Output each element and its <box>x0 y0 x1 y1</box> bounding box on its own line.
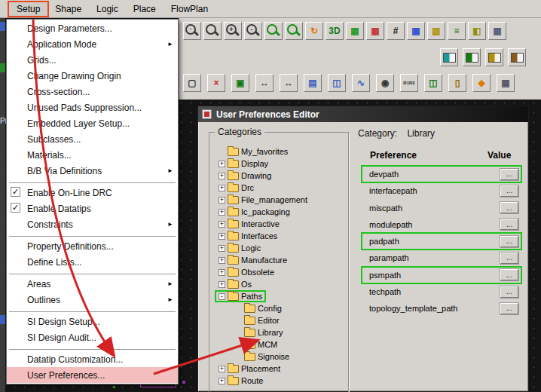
zoom-previous-icon[interactable] <box>264 22 283 40</box>
menu-item[interactable]: Constraints ► <box>7 216 178 232</box>
menu-item[interactable]: Enable On-Line DRC ► <box>7 185 178 201</box>
zoom-out-icon[interactable]: - <box>244 22 262 40</box>
menu-item[interactable]: Outlines ► <box>7 292 178 308</box>
padstack-editor-icon[interactable]: ◫ <box>328 74 346 92</box>
menu-item[interactable]: Materials... ► <box>7 147 178 163</box>
menu-item[interactable]: Grids... ► <box>7 52 178 68</box>
layer-stack-icon[interactable]: ≡ <box>448 22 466 40</box>
tree-expander-icon[interactable] <box>219 269 225 276</box>
menu-item[interactable]: Cross-section... ► <box>7 84 178 100</box>
value-browse-button[interactable]: ... <box>500 202 518 213</box>
menu-item[interactable]: B/B Via Definitions ► <box>7 163 178 179</box>
camera-icon[interactable]: ◉ <box>376 74 394 92</box>
tree-node[interactable]: Manufacture <box>216 254 343 266</box>
tree-expander-icon[interactable] <box>219 233 225 240</box>
menu-item[interactable]: Change Drawing Origin ► <box>7 68 178 84</box>
tree-node[interactable]: Obsolete <box>216 266 343 278</box>
menu-item[interactable]: SI Design Setup... ► <box>7 314 178 329</box>
3d-view-icon[interactable]: 3D <box>326 22 344 40</box>
menu-item[interactable]: SI Design Audit... ► <box>7 329 178 345</box>
menu-item[interactable]: Unused Pads Suppression... ► <box>7 100 178 115</box>
color192-icon[interactable]: ▦ <box>407 22 425 40</box>
menubar-item-flowplan[interactable]: FlowPlan <box>164 2 215 16</box>
tree-expander-icon[interactable] <box>219 257 225 264</box>
tree-expander-icon[interactable] <box>219 366 225 372</box>
value-browse-button[interactable]: ... <box>500 185 518 197</box>
menu-item[interactable]: User Preferences... ► <box>7 367 178 383</box>
waveform-icon[interactable]: ∿ <box>352 74 370 92</box>
tree-expander-icon[interactable] <box>219 221 225 228</box>
tree-node[interactable]: MCM <box>216 338 343 351</box>
color-dialog-icon[interactable]: ▦ <box>346 22 364 40</box>
book-pencil-icon[interactable] <box>508 48 526 66</box>
value-browse-button[interactable]: ... <box>500 269 518 280</box>
stacked-books-icon[interactable] <box>485 48 503 66</box>
tree-node[interactable]: Config <box>216 302 343 314</box>
menubar-item-setup[interactable]: Setup <box>9 2 47 16</box>
tree-node[interactable]: Ic_packaging <box>216 206 343 218</box>
value-browse-button[interactable]: ... <box>500 286 518 298</box>
tree-node[interactable]: Route <box>216 375 343 387</box>
waffle-icon[interactable]: ▦ <box>497 74 515 92</box>
tree-node[interactable]: Editor <box>216 314 343 326</box>
tree-expander-icon[interactable] <box>219 197 225 204</box>
tree-node[interactable]: Placement <box>216 363 343 375</box>
zoom-in-icon[interactable]: + <box>224 22 242 40</box>
tree-node[interactable]: Drawing <box>216 170 343 182</box>
menu-item[interactable]: Define Lists... ► <box>7 254 178 270</box>
res-values-icon[interactable]: R1R2 <box>400 74 418 92</box>
tree-node[interactable]: Logic <box>216 242 343 254</box>
measure-icon[interactable]: ↔ <box>255 74 274 92</box>
dialog-title-bar[interactable]: User Preferences Editor <box>198 106 528 122</box>
tree-node[interactable]: Display <box>216 158 343 170</box>
menubar-item-place[interactable]: Place <box>126 2 164 16</box>
tree-expander-icon[interactable] <box>219 173 225 179</box>
redraw-icon[interactable]: ↻ <box>305 22 323 40</box>
left-tool-icon[interactable] <box>0 315 5 324</box>
menu-item[interactable]: Application Mode ► <box>7 36 178 52</box>
grid-toggle-icon[interactable]: # <box>387 22 405 40</box>
select-window-icon[interactable]: ▢ <box>183 74 201 92</box>
menu-item[interactable]: Subclasses... ► <box>7 131 178 147</box>
menu-item[interactable]: Datatip Customization... ► <box>7 351 178 367</box>
tree-node[interactable]: Library <box>216 326 343 338</box>
tree-expander-icon[interactable] <box>219 245 225 252</box>
tree-node[interactable]: File_management <box>216 194 343 206</box>
menubar-item-logic[interactable]: Logic <box>89 2 126 16</box>
value-browse-button[interactable]: ... <box>500 303 518 314</box>
dimension-icon[interactable]: ↔ <box>280 74 298 92</box>
value-browse-button[interactable]: ... <box>500 169 518 180</box>
menu-item[interactable]: Design Parameters... ► <box>7 20 178 36</box>
tree-expander-icon[interactable] <box>219 378 225 384</box>
odb-export-icon[interactable]: ▣ <box>231 74 249 92</box>
menu-item[interactable]: Enable Datatips ► <box>7 201 178 216</box>
tree-expander-icon[interactable] <box>219 293 225 300</box>
tree-node[interactable]: Signoise <box>216 351 343 363</box>
library-books-icon[interactable]: ◫ <box>424 74 442 92</box>
left-tool-icon[interactable] <box>0 63 5 72</box>
left-tool-icon[interactable] <box>0 22 5 31</box>
tree-node[interactable]: Interactive <box>216 218 343 230</box>
gem-icon[interactable]: ◆ <box>472 74 491 92</box>
menu-item[interactable]: Property Definitions... ► <box>7 238 178 254</box>
value-browse-button[interactable]: ... <box>500 219 518 230</box>
tree-node[interactable]: My_favorites <box>216 145 343 158</box>
value-browse-button[interactable]: ... <box>500 253 518 264</box>
flip-design-icon[interactable]: ◧ <box>468 22 486 40</box>
spreadsheet-icon[interactable]: ▦ <box>488 22 506 40</box>
closed-book-icon[interactable] <box>463 48 481 66</box>
menu-item[interactable]: Embedded Layer Setup... ► <box>7 115 178 131</box>
zoom-fit-icon[interactable] <box>203 22 222 40</box>
notebook-icon[interactable]: ▯ <box>448 74 466 92</box>
menubar-item-shape[interactable]: Shape <box>47 2 89 16</box>
value-browse-button[interactable]: ... <box>500 236 518 247</box>
delete-icon[interactable]: × <box>207 74 225 92</box>
menu-item[interactable]: Areas ► <box>7 276 178 292</box>
open-book-icon[interactable] <box>440 48 458 66</box>
zoom-points-icon[interactable]: · <box>183 22 201 40</box>
color-priority-icon[interactable]: ▦ <box>366 22 384 40</box>
tree-expander-icon[interactable] <box>219 185 225 191</box>
tree-expander-icon[interactable] <box>219 281 225 288</box>
tree-node[interactable]: Drc <box>216 182 343 194</box>
tree-node[interactable]: Os <box>216 278 343 290</box>
